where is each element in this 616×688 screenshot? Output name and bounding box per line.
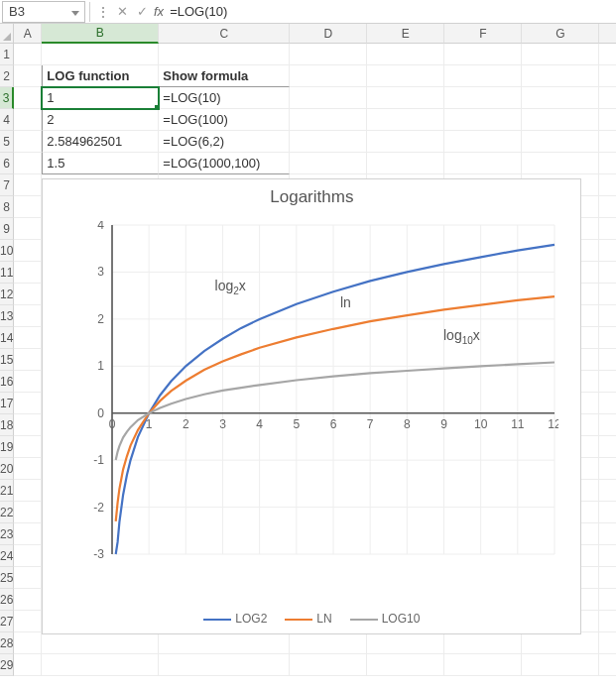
cell[interactable] xyxy=(599,305,616,327)
cell[interactable] xyxy=(367,131,444,153)
cell[interactable] xyxy=(14,262,42,284)
cell[interactable] xyxy=(42,654,159,676)
row-header-25[interactable]: 25 xyxy=(0,567,14,589)
cell[interactable] xyxy=(14,174,42,196)
cell[interactable]: 1 xyxy=(42,87,159,109)
row-header-1[interactable]: 1 xyxy=(0,44,14,65)
confirm-icon[interactable]: ✓ xyxy=(132,4,152,19)
cell[interactable] xyxy=(444,87,522,109)
formula-input[interactable] xyxy=(168,3,616,20)
column-header-B[interactable]: B xyxy=(42,24,159,44)
cell[interactable] xyxy=(599,109,616,131)
cell[interactable] xyxy=(444,632,522,654)
cell[interactable] xyxy=(599,589,616,611)
cell[interactable] xyxy=(290,109,367,131)
cell[interactable] xyxy=(14,502,42,523)
cell[interactable] xyxy=(599,611,616,632)
row-header-9[interactable]: 9 xyxy=(0,218,14,240)
cell[interactable] xyxy=(14,327,42,349)
cell[interactable] xyxy=(599,284,616,305)
row-header-3[interactable]: 3 xyxy=(0,87,14,109)
cell[interactable] xyxy=(290,44,367,65)
cell[interactable] xyxy=(599,44,616,65)
row-header-6[interactable]: 6 xyxy=(0,153,14,174)
cell[interactable] xyxy=(599,65,616,87)
row-header-28[interactable]: 28 xyxy=(0,632,14,654)
column-header-G[interactable]: G xyxy=(522,24,599,44)
cell[interactable] xyxy=(522,44,599,65)
cell[interactable] xyxy=(367,87,444,109)
more-icon[interactable]: ⋮ xyxy=(94,4,112,20)
cell[interactable] xyxy=(290,153,367,174)
row-header-11[interactable]: 11 xyxy=(0,262,14,284)
cell[interactable]: 2.584962501 xyxy=(42,131,159,153)
cell[interactable] xyxy=(599,523,616,545)
cell[interactable]: =LOG(6,2) xyxy=(159,131,290,153)
cell[interactable] xyxy=(522,87,599,109)
cell[interactable] xyxy=(599,480,616,502)
cell[interactable] xyxy=(14,632,42,654)
cell[interactable] xyxy=(599,502,616,523)
cell[interactable] xyxy=(14,218,42,240)
cell[interactable]: =LOG(100) xyxy=(159,109,290,131)
row-header-22[interactable]: 22 xyxy=(0,502,14,523)
cell[interactable]: LOG function xyxy=(42,65,159,87)
cell[interactable] xyxy=(599,371,616,393)
cell[interactable] xyxy=(159,632,290,654)
cell[interactable] xyxy=(599,174,616,196)
row-header-10[interactable]: 10 xyxy=(0,240,14,262)
cell[interactable] xyxy=(522,65,599,87)
name-box[interactable]: B3 xyxy=(2,1,85,23)
cell[interactable] xyxy=(444,654,522,676)
column-header-C[interactable]: C xyxy=(159,24,290,44)
cell[interactable] xyxy=(444,109,522,131)
row-header-15[interactable]: 15 xyxy=(0,349,14,371)
column-header-E[interactable]: E xyxy=(367,24,444,44)
cell[interactable] xyxy=(444,131,522,153)
cell[interactable] xyxy=(599,414,616,436)
cell[interactable] xyxy=(14,414,42,436)
cell[interactable] xyxy=(14,196,42,218)
cell[interactable] xyxy=(599,654,616,676)
cell[interactable] xyxy=(14,109,42,131)
row-header-29[interactable]: 29 xyxy=(0,654,14,676)
cell[interactable] xyxy=(14,65,42,87)
cell[interactable]: Show formula xyxy=(159,65,290,87)
cell[interactable] xyxy=(159,44,290,65)
cell[interactable] xyxy=(599,262,616,284)
cell[interactable] xyxy=(42,632,159,654)
row-header-24[interactable]: 24 xyxy=(0,545,14,567)
cell[interactable] xyxy=(290,131,367,153)
cell[interactable] xyxy=(522,109,599,131)
row-header-19[interactable]: 19 xyxy=(0,436,14,458)
cell[interactable] xyxy=(444,44,522,65)
cell[interactable] xyxy=(290,87,367,109)
cell[interactable] xyxy=(599,327,616,349)
cell[interactable] xyxy=(14,371,42,393)
cell[interactable] xyxy=(290,654,367,676)
row-header-5[interactable]: 5 xyxy=(0,131,14,153)
cell[interactable] xyxy=(14,589,42,611)
cell[interactable] xyxy=(290,632,367,654)
column-header-F[interactable]: F xyxy=(444,24,522,44)
cell[interactable]: =LOG(1000,100) xyxy=(159,153,290,174)
row-header-7[interactable]: 7 xyxy=(0,174,14,196)
cell[interactable] xyxy=(14,480,42,502)
cell[interactable] xyxy=(599,436,616,458)
cell[interactable]: 2 xyxy=(42,109,159,131)
cell[interactable] xyxy=(14,153,42,174)
cell[interactable] xyxy=(599,218,616,240)
cell[interactable] xyxy=(367,654,444,676)
cell[interactable] xyxy=(14,44,42,65)
cell[interactable] xyxy=(599,632,616,654)
cell[interactable] xyxy=(522,131,599,153)
cell[interactable] xyxy=(14,654,42,676)
cell[interactable] xyxy=(14,284,42,305)
fx-icon[interactable]: fx xyxy=(152,4,168,19)
column-header-D[interactable]: D xyxy=(290,24,367,44)
select-all-corner[interactable] xyxy=(0,24,14,44)
row-header-16[interactable]: 16 xyxy=(0,371,14,393)
cell[interactable] xyxy=(444,65,522,87)
cell[interactable]: =LOG(10) xyxy=(159,87,290,109)
cell[interactable] xyxy=(599,393,616,414)
